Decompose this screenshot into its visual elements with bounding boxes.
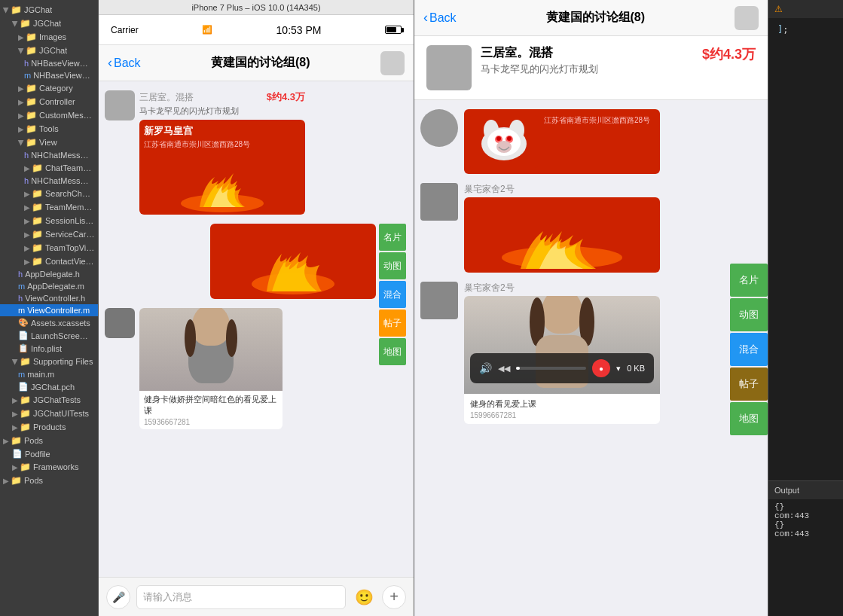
folder-icon: 📁 xyxy=(26,45,37,56)
arrow-icon: ▶ xyxy=(3,477,9,485)
sidebar-item-label: ContactView… xyxy=(45,257,95,266)
chat-message-2: 名片 动图 混合 帖子 地图 xyxy=(99,221,414,302)
folder-icon: 📁 xyxy=(11,475,22,486)
folder-icon: 📁 xyxy=(26,110,37,120)
expanded-chat-scroll[interactable]: 江苏省南通市崇川区澹西路28号 巢宅家舍2号 xyxy=(414,100,768,616)
plus-button[interactable]: + xyxy=(382,585,406,609)
warning-icon: ⚠ xyxy=(774,4,783,14)
expanded-product-card-2[interactable] xyxy=(464,197,660,273)
expanded-map-button[interactable]: 地图 xyxy=(730,402,768,435)
mixed-button[interactable]: 混合 xyxy=(379,281,406,308)
exp-card-dog-area xyxy=(470,115,538,168)
expanded-namecard-button[interactable]: 名片 xyxy=(730,264,768,297)
sidebar-item-pods2[interactable]: ▶ 📁 Pods xyxy=(0,474,98,487)
sidebar-item-supporting-files[interactable]: ▶ 📁 Supporting Files xyxy=(0,355,98,368)
expanded-mixed-button[interactable]: 混合 xyxy=(730,333,768,366)
product-card-2[interactable] xyxy=(210,224,376,299)
sidebar-item-label: ChatTeamTop… xyxy=(45,163,95,172)
sidebar-item-custommessag[interactable]: ▶ 📁 CustomMessag… xyxy=(0,108,98,122)
namecard-button[interactable]: 名片 xyxy=(379,224,406,251)
expanded-price: $约4.3万 xyxy=(702,45,756,63)
sidebar-item-contactview[interactable]: ▶ 📁 ContactView… xyxy=(0,255,98,268)
map-button[interactable]: 地图 xyxy=(379,338,406,365)
sidebar-item-label: JGChat xyxy=(39,46,67,55)
m-file-icon: m xyxy=(18,306,25,315)
girl-photo-area xyxy=(139,308,283,391)
sidebar-item-jgchatuitests[interactable]: ▶ 📁 JGChatUITests xyxy=(0,407,98,420)
sender-name: 三居室。混搭 xyxy=(139,91,194,104)
expanded-gif-button[interactable]: 动图 xyxy=(730,298,768,331)
sidebar-item-teammembe[interactable]: ▶ 📁 TeamMembe… xyxy=(0,200,98,214)
sidebar-item-info-plist[interactable]: 📋 Info.plist xyxy=(0,342,98,355)
text-file-icon: 📄 xyxy=(12,449,23,459)
sidebar-item-jgchattests[interactable]: ▶ 📁 JGChatTests xyxy=(0,393,98,407)
sidebar-item-label: Podfile xyxy=(25,450,50,459)
side-buttons: 名片 动图 混合 帖子 地图 xyxy=(379,224,406,365)
audio-player[interactable]: 🔊 ◀◀ ● ▾ 0 KB xyxy=(470,353,654,383)
folder-icon: 📁 xyxy=(26,124,37,134)
nav-avatar xyxy=(380,51,405,75)
sidebar-item-category[interactable]: ▶ 📁 Category xyxy=(0,81,98,95)
audio-record-button[interactable]: ● xyxy=(592,359,610,377)
sidebar-item-jgchat-pch[interactable]: 📄 JGChat.pch xyxy=(0,380,98,393)
sidebar-item-appdelegate-m[interactable]: m AppDelegate.m xyxy=(0,280,98,292)
expanded-product-card-1[interactable]: 江苏省南通市崇川区澹西路28号 xyxy=(464,109,660,174)
sidebar-item-servicecard[interactable]: ▶ 📁 ServiceCard… xyxy=(0,227,98,241)
sidebar-item-sessionlistf[interactable]: ▶ 📁 SessionListF… xyxy=(0,214,98,227)
sidebar-item-launchscreen[interactable]: 📄 LaunchScreen.sto… xyxy=(0,329,98,342)
sidebar-item-teamtopvie[interactable]: ▶ 📁 TeamTopVie… xyxy=(0,241,98,255)
expanded-nav: ‹ Back 黄建国的讨论组(8) xyxy=(414,0,768,36)
exp-avatar-3 xyxy=(420,282,458,319)
sidebar-item-nhchatmess1[interactable]: h NHChatMess… xyxy=(0,149,98,161)
sidebar-item-viewcontroller-m[interactable]: m ViewController.m xyxy=(0,304,98,316)
sidebar-item-label: NHChatMess… xyxy=(31,176,88,185)
sidebar-item-main-m[interactable]: m main.m xyxy=(0,368,98,380)
sidebar-item-jgchat-root[interactable]: ▶ 📁 JGChat xyxy=(0,3,98,17)
sidebar-item-nhchatmess2[interactable]: h NHChatMess… xyxy=(0,175,98,187)
expanded-back-button[interactable]: ‹ Back xyxy=(423,10,457,26)
product-card[interactable]: 新罗马皇宫 江苏省南通市崇川区澹西路28号 xyxy=(139,120,305,215)
sidebar-item-label: ViewController.h xyxy=(25,294,85,303)
expanded-post-button[interactable]: 帖子 xyxy=(730,367,768,401)
phone-input-bar: 🎤 请输入消息 🙂 + xyxy=(99,577,414,616)
sidebar-item-chatteamtop[interactable]: ▶ 📁 ChatTeamTop… xyxy=(0,161,98,175)
chat-scroll[interactable]: 三居室。混搭 $约4.3万 马卡龙罕见的闪光灯市规划 新罗马皇宫 江苏省南通市崇… xyxy=(99,81,414,577)
exp-body-3: 巢宅家舍2号 🔊 xyxy=(464,282,660,424)
sidebar-item-jgchat2[interactable]: ▶ 📁 JGChat xyxy=(0,44,98,57)
sidebar-item-products[interactable]: ▶ 📁 Products xyxy=(0,420,98,434)
sidebar-item-pods-root[interactable]: ▶ 📁 Pods xyxy=(0,434,98,447)
sidebar-item-frameworks[interactable]: ▶ 📁 Frameworks xyxy=(0,460,98,474)
sidebar-item-podfile[interactable]: 📄 Podfile xyxy=(0,447,98,460)
audio-progress-bar[interactable] xyxy=(516,367,586,370)
mic-button[interactable]: 🎤 xyxy=(106,585,130,609)
arrow-icon: ▶ xyxy=(11,20,20,26)
post-button[interactable]: 帖子 xyxy=(379,310,406,337)
output-line-3: {} xyxy=(774,520,837,529)
sidebar-item-controller[interactable]: ▶ 📁 Controller xyxy=(0,95,98,108)
sidebar-item-searchchath[interactable]: ▶ 📁 SearchChatH… xyxy=(0,187,98,200)
back-button[interactable]: ‹ Back xyxy=(108,55,141,71)
record-icon: ● xyxy=(599,364,603,373)
expanded-product-card-3[interactable]: 🔊 ◀◀ ● ▾ 0 KB xyxy=(464,296,660,424)
sidebar-item-label: Frameworks xyxy=(33,462,79,471)
sidebar-item-nhbaseviewco2[interactable]: m NHBaseViewCo… xyxy=(0,69,98,81)
arrow-icon: ▶ xyxy=(24,190,30,198)
sidebar-item-view[interactable]: ▶ 📁 View xyxy=(0,136,98,149)
sidebar-item-viewcontroller-h[interactable]: h ViewController.h xyxy=(0,292,98,304)
sidebar-item-label: Controller xyxy=(39,97,75,106)
product-card-3[interactable]: 健身卡做娇拼空间暗红色的看见爱上课 15936667281 xyxy=(139,308,283,429)
emoji-button[interactable]: 🙂 xyxy=(352,585,376,609)
exp-photo-area: 🔊 ◀◀ ● ▾ 0 KB xyxy=(464,296,660,394)
sidebar-item-assets[interactable]: 🎨 Assets.xcassets xyxy=(0,316,98,329)
sidebar-item-nhbaseviewco1[interactable]: h NHBaseViewCo… xyxy=(0,57,98,69)
device-label: iPhone 7 Plus – iOS 10.0 (14A345) xyxy=(99,0,414,15)
sidebar-item-label: Supporting Files xyxy=(33,357,93,366)
output-line-4: com:443 xyxy=(774,529,837,538)
sidebar-item-appdelegate-h[interactable]: h AppDelegate.h xyxy=(0,268,98,280)
expanded-nav-title: 黄建国的讨论组(8) xyxy=(457,10,735,26)
gif-button[interactable]: 动图 xyxy=(379,252,406,279)
sidebar-item-jgchat-sub[interactable]: ▶ 📁 JGChat xyxy=(0,17,98,30)
sidebar-item-tools[interactable]: ▶ 📁 Tools xyxy=(0,122,98,136)
message-input[interactable]: 请输入消息 xyxy=(136,585,346,609)
sidebar-item-images[interactable]: ▶ 📁 Images xyxy=(0,30,98,44)
